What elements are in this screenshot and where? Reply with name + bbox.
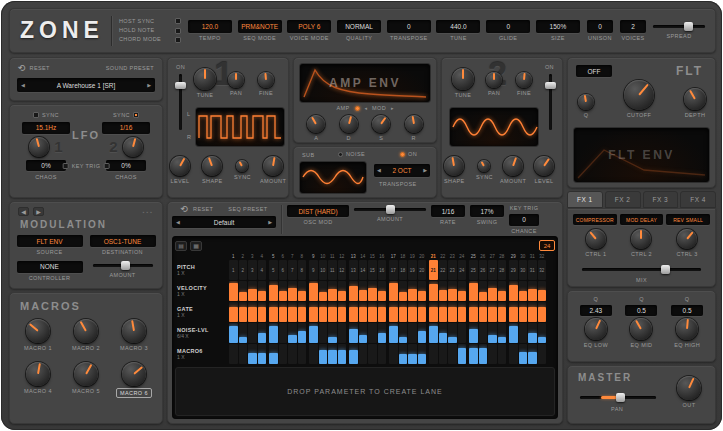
spread-slider-handle[interactable] [684,22,693,31]
lfo2-rate-display[interactable]: 1/16 [102,122,150,134]
seq-step[interactable] [429,323,438,343]
seq-amount-slider[interactable] [354,205,426,214]
lane-label[interactable]: GATE1 X [175,306,229,319]
seq-step[interactable] [338,302,347,322]
lane-label[interactable]: NOISE-LVL6/4 X [175,327,229,340]
seq-step[interactable] [418,344,427,364]
seq-step[interactable] [488,302,497,322]
seq-step[interactable] [269,281,278,301]
seq-step[interactable]: 22 [439,260,448,280]
lfo2-keytrig-toggle[interactable] [103,163,109,169]
eq-band-3-knob[interactable] [676,318,698,340]
seq-step[interactable] [538,281,547,301]
seq-step[interactable] [338,344,347,364]
seq-step[interactable] [389,281,398,301]
osc2-pan-knob[interactable] [486,72,502,88]
mod-left-icon[interactable]: ◂ [365,106,368,111]
transpose-up-icon[interactable]: ▶ [423,168,427,173]
seq-step[interactable] [408,302,417,322]
seq-step[interactable] [479,281,488,301]
lfo1-keytrig-toggle[interactable] [63,163,69,169]
env-s-knob[interactable] [372,115,390,133]
seq-step[interactable] [519,323,528,343]
seq-step[interactable] [479,323,488,343]
eq-band-1-knob[interactable] [585,318,607,340]
seq-step[interactable] [488,281,497,301]
env-d-knob[interactable] [340,115,358,133]
header-toggle-box[interactable] [175,28,181,34]
seq-step[interactable] [479,302,488,322]
seq-step[interactable] [239,344,248,364]
seq-step[interactable]: 19 [408,260,417,280]
noise-dot[interactable] [338,152,343,157]
seq-step[interactable] [239,302,248,322]
voices-value[interactable]: 2 [620,20,646,33]
seq-step[interactable] [258,302,267,322]
seq-step[interactable] [359,323,368,343]
seq-step[interactable] [279,323,288,343]
amp-select-dot[interactable] [355,106,360,111]
seq-chance-display[interactable]: 0 [509,214,539,226]
osc2-on-slider[interactable] [545,74,556,130]
seq-step[interactable] [519,281,528,301]
eq-q-value[interactable]: 0.5 [671,305,703,316]
lfo2-sync-toggle[interactable] [133,112,139,118]
preset-prev-icon[interactable]: ◀ [21,83,25,88]
macro-6-knob[interactable] [122,362,146,386]
seq-step[interactable] [328,344,337,364]
osc1-tune-knob[interactable] [194,68,216,90]
seq-step[interactable] [458,344,467,364]
seq-step[interactable]: 27 [488,260,497,280]
osc1-on-slider[interactable] [175,74,186,130]
seq-step[interactable]: 18 [399,260,408,280]
mod-amount-handle[interactable] [121,261,130,270]
transpose-down-icon[interactable]: ◀ [377,168,381,173]
seq-preset-next-icon[interactable]: ▶ [268,220,272,225]
seq-step[interactable]: 24 [458,260,467,280]
seq-step[interactable] [328,281,337,301]
filter-cutoff-knob[interactable] [624,80,654,110]
seq-step[interactable]: 31 [528,260,537,280]
osc1-sync-knob[interactable] [236,160,248,172]
seq-step[interactable] [429,344,438,364]
seq-step[interactable] [378,344,387,364]
seq-step[interactable] [509,281,518,301]
lfo2-rate-knob[interactable] [123,137,143,157]
osc1-on-handle[interactable] [175,82,186,89]
env-r-knob[interactable] [405,115,423,133]
seq-step[interactable]: 3 [248,260,257,280]
seq-step[interactable] [368,323,377,343]
seq-step[interactable]: 11 [328,260,337,280]
seq-reset-icon[interactable]: ⟲ [180,205,188,214]
header-field-value[interactable]: PRM&NOTE [238,20,282,33]
seq-step[interactable] [458,302,467,322]
fx-mix-handle[interactable] [661,265,670,274]
filter-depth-knob[interactable] [684,88,706,110]
seq-step[interactable] [439,323,448,343]
seq-step[interactable] [359,281,368,301]
seq-step[interactable]: 1 [229,260,238,280]
seq-step[interactable] [378,323,387,343]
eq-q-value[interactable]: 2.43 [580,305,612,316]
header-toggle-hold-note[interactable]: HOLD NOTE [119,27,181,34]
lane-label[interactable]: PITCH1 X [175,264,229,277]
noise-toggle[interactable]: NOISE [338,151,365,158]
seq-step[interactable]: 7 [288,260,297,280]
seq-preset-prev-icon[interactable]: ◀ [176,220,180,225]
seq-step[interactable]: 26 [479,260,488,280]
seq-step[interactable] [498,281,507,301]
seq-step[interactable] [519,344,528,364]
seq-step[interactable] [229,281,238,301]
seq-step[interactable] [378,302,387,322]
fx-ctrl-3-knob[interactable] [677,229,697,249]
seq-step[interactable] [408,281,417,301]
seq-step[interactable] [528,344,537,364]
seq-step[interactable] [288,281,297,301]
seq-step[interactable] [349,323,358,343]
seq-step[interactable] [528,323,537,343]
seq-step[interactable] [359,344,368,364]
seq-step[interactable] [378,281,387,301]
env-a-knob[interactable] [307,115,325,133]
seq-step[interactable] [389,344,398,364]
seq-step[interactable]: 15 [368,260,377,280]
